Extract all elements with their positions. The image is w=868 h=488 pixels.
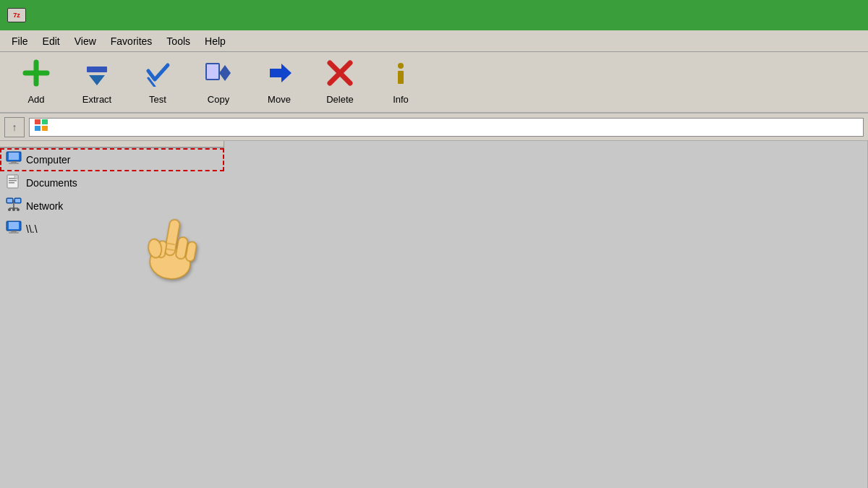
svg-point-39: [8, 208, 11, 211]
svg-rect-45: [9, 232, 19, 234]
title-bar: 7z: [0, 0, 868, 30]
list-item-documents[interactable]: Documents: [0, 171, 224, 194]
svg-marker-32: [14, 175, 18, 179]
svg-point-10: [398, 63, 404, 69]
svg-rect-12: [35, 119, 41, 124]
move-label: Move: [268, 94, 291, 105]
copy-label: Copy: [208, 94, 229, 105]
delete-toolbar-button[interactable]: Delete: [311, 56, 369, 108]
file-name-computer: Computer: [26, 154, 70, 166]
menu-bar: FileEditViewFavoritesToolsHelp: [0, 30, 868, 52]
svg-marker-6: [219, 73, 231, 81]
svg-line-22: [168, 244, 175, 245]
copy-icon: [205, 59, 232, 91]
svg-point-40: [17, 208, 20, 211]
svg-rect-13: [42, 119, 48, 124]
svg-rect-43: [9, 222, 19, 229]
svg-point-16: [148, 244, 193, 282]
svg-rect-14: [35, 126, 41, 131]
delete-icon: [326, 59, 354, 91]
add-toolbar-button[interactable]: Add: [7, 56, 65, 108]
windows-logo-icon: [34, 119, 48, 135]
svg-rect-2: [87, 67, 107, 72]
menu-item-help[interactable]: Help: [197, 33, 233, 49]
svg-rect-20: [156, 240, 167, 258]
svg-line-23: [166, 249, 174, 250]
list-item-network[interactable]: Network: [0, 194, 224, 218]
move-toolbar-button[interactable]: Move: [250, 56, 308, 108]
extract-icon: [83, 59, 111, 91]
list-item-computer[interactable]: Computer: [0, 148, 224, 171]
extract-label: Extract: [82, 94, 111, 105]
app-logo-icon: 7z: [7, 8, 26, 22]
svg-point-41: [12, 208, 15, 211]
file-name-documents: Documents: [26, 177, 77, 189]
file-list-panel: Computer Documents Network: [0, 141, 867, 488]
svg-marker-7: [270, 64, 292, 82]
address-input[interactable]: [29, 118, 864, 137]
computer-icon: [6, 221, 22, 239]
delete-label: Delete: [326, 94, 354, 105]
svg-rect-36: [15, 199, 20, 202]
documents-icon: [6, 174, 22, 192]
svg-rect-31: [9, 182, 14, 184]
test-label: Test: [149, 94, 166, 105]
svg-rect-34: [7, 199, 12, 202]
file-name-unc: \\.\: [26, 223, 38, 235]
svg-rect-11: [398, 71, 404, 84]
svg-rect-44: [11, 231, 17, 232]
svg-rect-4: [206, 64, 219, 80]
menu-item-tools[interactable]: Tools: [159, 33, 197, 49]
file-name-network: Network: [26, 200, 63, 212]
move-icon: [265, 59, 293, 91]
menu-item-file[interactable]: File: [4, 33, 35, 49]
menu-item-edit[interactable]: Edit: [35, 33, 67, 49]
svg-point-21: [147, 238, 163, 259]
svg-rect-30: [9, 180, 17, 181]
name-column-header: [0, 141, 224, 148]
svg-marker-5: [219, 65, 231, 73]
address-bar: ↑: [0, 114, 868, 141]
svg-rect-15: [42, 126, 48, 131]
svg-marker-3: [89, 75, 105, 85]
computer-icon: [6, 151, 22, 169]
menu-item-favorites[interactable]: Favorites: [103, 33, 160, 49]
main-content: Computer Documents Network: [0, 141, 868, 488]
svg-rect-25: [9, 153, 19, 160]
add-label: Add: [27, 94, 44, 105]
add-icon: [22, 59, 50, 91]
svg-rect-19: [185, 241, 197, 262]
file-rows-container: Computer Documents Network: [0, 148, 867, 241]
menu-item-view[interactable]: View: [67, 33, 103, 49]
toolbar: Add Extract Test Copy Move Delete Info: [0, 52, 868, 114]
svg-rect-27: [9, 163, 19, 164]
nav-back-button[interactable]: ↑: [4, 117, 25, 137]
info-toolbar-button[interactable]: Info: [372, 56, 430, 108]
list-item-unc[interactable]: \\.\: [0, 218, 224, 241]
extract-toolbar-button[interactable]: Extract: [68, 56, 126, 108]
test-toolbar-button[interactable]: Test: [129, 56, 187, 108]
network-icon: [6, 197, 22, 215]
info-label: Info: [393, 94, 409, 105]
test-icon: [144, 59, 171, 91]
svg-rect-26: [11, 161, 17, 163]
info-icon: [387, 59, 414, 91]
copy-toolbar-button[interactable]: Copy: [190, 56, 247, 108]
